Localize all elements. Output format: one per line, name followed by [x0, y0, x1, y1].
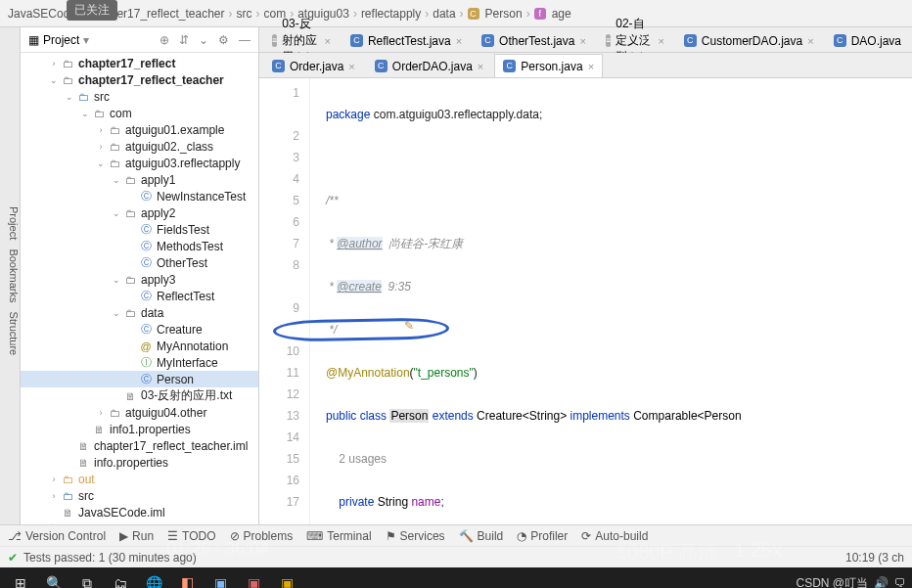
tree-myinterface[interactable]: MyInterface: [157, 356, 218, 370]
tree-methodstest[interactable]: MethodsTest: [157, 240, 223, 253]
crumb-2[interactable]: src: [236, 7, 251, 21]
select-icon[interactable]: ⊕: [160, 33, 169, 47]
tree-apply1[interactable]: apply1: [141, 173, 175, 187]
version-control[interactable]: ⎇ Version Control: [8, 529, 106, 543]
hide-icon[interactable]: —: [239, 33, 251, 47]
search-button[interactable]: 🔍: [39, 570, 68, 588]
tree-src[interactable]: src: [94, 90, 110, 104]
tray-icon[interactable]: 🔊: [874, 576, 889, 588]
terminal-tool[interactable]: ⌨ Terminal: [306, 529, 371, 543]
close-icon[interactable]: ×: [478, 61, 483, 72]
tree-atguigu02[interactable]: atguigu02._class: [125, 140, 213, 154]
tree-chapter17-reflect[interactable]: chapter17_reflect: [78, 57, 175, 70]
status-bar: ✔Tests passed: 1 (30 minutes ago) 10:19 …: [0, 546, 912, 567]
tab-02txt[interactable]: ≡02-自定义泛型.txt×: [597, 28, 673, 52]
services-tool[interactable]: ⚑ Services: [386, 529, 445, 543]
close-icon[interactable]: ×: [325, 35, 331, 47]
task-view[interactable]: ⧉: [72, 570, 102, 588]
tree-othertest[interactable]: OtherTest: [157, 256, 207, 270]
close-icon[interactable]: ×: [579, 35, 585, 47]
tree-iml[interactable]: chapter17_reflect_teacher.iml: [94, 439, 248, 453]
tab-order[interactable]: COrder.java×: [263, 54, 364, 77]
tab-03txt[interactable]: ≡03-反射的应用.txt×: [263, 28, 340, 52]
close-icon[interactable]: ×: [658, 35, 663, 47]
close-icon[interactable]: ×: [456, 35, 462, 47]
class-badge: C: [468, 8, 479, 20]
autobuild-tool[interactable]: ⟳ Auto-build: [581, 529, 648, 543]
tree-src2[interactable]: src: [78, 489, 94, 503]
project-tree[interactable]: ›🗀chapter17_reflect ⌄🗀chapter17_reflect_…: [21, 53, 258, 524]
bottom-toolbar: ⎇ Version Control ▶ Run ☰ TODO ⊘ Problem…: [0, 524, 912, 546]
tree-reflecttest[interactable]: ReflectTest: [157, 290, 214, 303]
tree-creature[interactable]: Creature: [157, 323, 203, 337]
tab-person[interactable]: CPerson.java×: [494, 54, 603, 77]
tree-info[interactable]: info.properties: [94, 456, 168, 470]
crumb-7[interactable]: Person: [485, 7, 523, 21]
build-tool[interactable]: 🔨 Build: [459, 529, 504, 543]
close-icon[interactable]: ×: [807, 35, 813, 47]
app-icon-3[interactable]: ▣: [272, 570, 301, 588]
tree-com[interactable]: com: [110, 107, 132, 120]
tray-icon[interactable]: 🗨: [894, 576, 906, 588]
tree-fieldstest[interactable]: FieldsTest: [157, 223, 209, 237]
expand-icon[interactable]: ⇵: [179, 33, 189, 47]
windows-taskbar: ⊞ 🔍 ⧉ 🗂 🌐 ◧ ▣ ▣ ▣ CSDN @叮当 🔊 🗨: [0, 567, 912, 588]
run-tool[interactable]: ▶ Run: [119, 529, 154, 543]
tree-apply2[interactable]: apply2: [141, 206, 175, 220]
field-badge: f: [534, 8, 546, 20]
code-editor[interactable]: 1 2345678 91011121314151617 18 package c…: [259, 78, 912, 524]
chevron-down-icon[interactable]: ▾: [83, 33, 89, 47]
tab-othertest[interactable]: COtherTest.java×: [473, 28, 595, 52]
tree-info1[interactable]: info1.properties: [110, 423, 191, 436]
tree-atguigu03[interactable]: atguigu03.reflectapply: [125, 157, 240, 170]
problems-tool[interactable]: ⊘ Problems: [230, 529, 294, 543]
close-icon[interactable]: ×: [588, 61, 594, 72]
project-panel-header: ▦ Project ▾ ⊕ ⇵ ⌄ ⚙ —: [21, 27, 258, 53]
tab-row-1: ≡03-反射的应用.txt× CReflectTest.java× COther…: [259, 27, 912, 53]
project-icon: ▦: [28, 33, 39, 47]
breadcrumb: JavaSECode› chapter17_reflect_teacher› s…: [0, 0, 912, 27]
tree-apply3[interactable]: apply3: [141, 273, 175, 287]
gutter: 1 2345678 91011121314151617 18: [259, 78, 310, 524]
collapse-icon[interactable]: ⌄: [199, 33, 208, 47]
success-icon: ✔: [8, 551, 18, 565]
tree-data[interactable]: data: [141, 306, 163, 320]
crumb-6[interactable]: data: [433, 7, 455, 21]
tab-customerdao[interactable]: CCustomerDAO.java×: [675, 28, 823, 52]
tree-myannotation[interactable]: MyAnnotation: [157, 339, 228, 353]
crumb-8[interactable]: age: [552, 7, 571, 21]
tab-row-2: COrder.java× COrderDAO.java× CPerson.jav…: [259, 53, 912, 78]
tree-atguigu04[interactable]: atguigu04.other: [125, 406, 206, 420]
crumb-5[interactable]: reflectapply: [361, 7, 421, 21]
left-rail[interactable]: Project Bookmarks Structure: [0, 27, 21, 524]
profiler-tool[interactable]: ◔ Profiler: [517, 529, 568, 543]
tree-person[interactable]: Person: [157, 373, 194, 386]
tab-reflecttest[interactable]: CReflectTest.java×: [342, 28, 471, 52]
tree-atguigu01[interactable]: atguigu01.example: [125, 123, 224, 137]
tab-orderdao[interactable]: COrderDAO.java×: [366, 54, 492, 77]
tree-newinstancetest[interactable]: NewInstanceTest: [157, 190, 246, 204]
tree-chapter17-reflect-teacher[interactable]: chapter17_reflect_teacher: [78, 73, 224, 87]
todo-tool[interactable]: ☰ TODO: [167, 529, 215, 543]
cursor-position: 10:19 (3 ch: [845, 551, 904, 565]
app-icon[interactable]: ▣: [205, 570, 235, 588]
tree-javasecodeiml[interactable]: JavaSECode.iml: [78, 506, 165, 520]
tab-dao[interactable]: CDAO.java: [825, 28, 910, 52]
project-tool-window: ▦ Project ▾ ⊕ ⇵ ⌄ ⚙ — ›🗀chapter17_reflec…: [21, 27, 259, 524]
pen-cursor-icon: ✎: [404, 315, 420, 331]
close-icon[interactable]: ×: [348, 61, 354, 72]
tree-external-libs[interactable]: External Libraries: [63, 522, 154, 525]
project-title[interactable]: Project: [43, 33, 79, 47]
tree-03txt[interactable]: 03-反射的应用.txt: [141, 387, 232, 404]
edge-icon[interactable]: 🌐: [139, 570, 168, 588]
editor-area: ≡03-反射的应用.txt× CReflectTest.java× COther…: [259, 27, 912, 524]
app-icon-2[interactable]: ▣: [239, 570, 268, 588]
explorer-icon[interactable]: 🗂: [106, 570, 135, 588]
tests-status: Tests passed: 1 (30 minutes ago): [23, 551, 197, 565]
tree-out[interactable]: out: [78, 473, 95, 486]
code-text[interactable]: package com.atguigu03.reflectapply.data;…: [310, 78, 912, 524]
watermark: CSDN @叮当: [796, 575, 868, 589]
intellij-icon[interactable]: ◧: [172, 570, 202, 588]
gear-icon[interactable]: ⚙: [218, 33, 229, 47]
start-button[interactable]: ⊞: [6, 570, 35, 588]
